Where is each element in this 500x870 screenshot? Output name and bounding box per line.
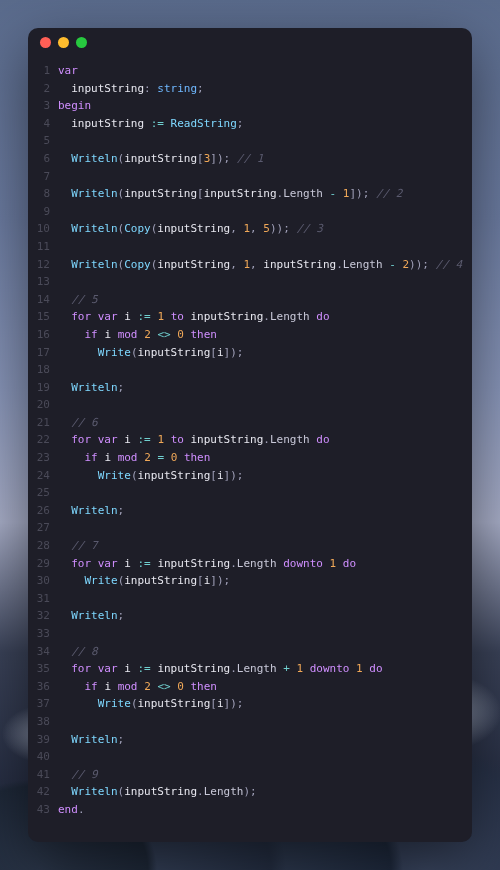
code-line[interactable]: 39 Writeln;	[28, 731, 472, 749]
line-content[interactable]: Write(inputString[i]);	[58, 344, 243, 362]
line-content[interactable]: Writeln(inputString.Length);	[58, 783, 257, 801]
code-line[interactable]: 26 Writeln;	[28, 502, 472, 520]
code-line[interactable]: 19 Writeln;	[28, 379, 472, 397]
code-line[interactable]: 11	[28, 238, 472, 256]
line-content[interactable]: for var i := inputString.Length + 1 down…	[58, 660, 383, 678]
line-number: 19	[28, 379, 58, 397]
code-line[interactable]: 34 // 8	[28, 643, 472, 661]
line-content[interactable]: Write(inputString[i]);	[58, 572, 230, 590]
line-number: 14	[28, 291, 58, 309]
line-number: 3	[28, 97, 58, 115]
code-line[interactable]: 29 for var i := inputString.Length downt…	[28, 555, 472, 573]
code-line[interactable]: 2 inputString: string;	[28, 80, 472, 98]
code-area[interactable]: 1var2 inputString: string;3begin4 inputS…	[28, 56, 472, 842]
code-line[interactable]: 20	[28, 396, 472, 414]
code-line[interactable]: 1var	[28, 62, 472, 80]
line-number: 4	[28, 115, 58, 133]
code-line[interactable]: 35 for var i := inputString.Length + 1 d…	[28, 660, 472, 678]
line-content[interactable]: if i mod 2 <> 0 then	[58, 326, 217, 344]
line-content[interactable]: // 9	[58, 766, 98, 784]
code-line[interactable]: 28 // 7	[28, 537, 472, 555]
line-number: 16	[28, 326, 58, 344]
code-line[interactable]: 12 Writeln(Copy(inputString, 1, inputStr…	[28, 256, 472, 274]
code-line[interactable]: 16 if i mod 2 <> 0 then	[28, 326, 472, 344]
code-line[interactable]: 5	[28, 132, 472, 150]
code-line[interactable]: 38	[28, 713, 472, 731]
line-content[interactable]: // 6	[58, 414, 98, 432]
line-content[interactable]: if i mod 2 <> 0 then	[58, 678, 217, 696]
line-number: 5	[28, 132, 58, 150]
code-line[interactable]: 4 inputString := ReadString;	[28, 115, 472, 133]
line-number: 26	[28, 502, 58, 520]
code-line[interactable]: 27	[28, 519, 472, 537]
code-line[interactable]: 15 for var i := 1 to inputString.Length …	[28, 308, 472, 326]
close-icon[interactable]	[40, 37, 51, 48]
line-content[interactable]: // 8	[58, 643, 98, 661]
line-number: 13	[28, 273, 58, 291]
line-content[interactable]: Writeln(inputString[inputString.Length -…	[58, 185, 402, 203]
line-number: 23	[28, 449, 58, 467]
line-number: 41	[28, 766, 58, 784]
line-content[interactable]: for var i := 1 to inputString.Length do	[58, 431, 330, 449]
line-content[interactable]: Writeln;	[58, 379, 124, 397]
code-line[interactable]: 41 // 9	[28, 766, 472, 784]
code-line[interactable]: 43end.	[28, 801, 472, 819]
code-line[interactable]: 37 Write(inputString[i]);	[28, 695, 472, 713]
line-content[interactable]: Writeln(inputString[3]); // 1	[58, 150, 263, 168]
line-number: 11	[28, 238, 58, 256]
line-content[interactable]: inputString: string;	[58, 80, 204, 98]
code-line[interactable]: 3begin	[28, 97, 472, 115]
line-content[interactable]: Writeln;	[58, 607, 124, 625]
line-content[interactable]: if i mod 2 = 0 then	[58, 449, 210, 467]
code-line[interactable]: 25	[28, 484, 472, 502]
line-number: 17	[28, 344, 58, 362]
line-content[interactable]: begin	[58, 97, 91, 115]
code-line[interactable]: 24 Write(inputString[i]);	[28, 467, 472, 485]
code-line[interactable]: 10 Writeln(Copy(inputString, 1, 5)); // …	[28, 220, 472, 238]
line-content[interactable]: Writeln;	[58, 731, 124, 749]
line-content[interactable]: for var i := inputString.Length downto 1…	[58, 555, 356, 573]
line-content[interactable]: inputString := ReadString;	[58, 115, 243, 133]
code-line[interactable]: 7	[28, 168, 472, 186]
line-content[interactable]: for var i := 1 to inputString.Length do	[58, 308, 330, 326]
line-number: 36	[28, 678, 58, 696]
line-number: 34	[28, 643, 58, 661]
line-number: 43	[28, 801, 58, 819]
code-line[interactable]: 22 for var i := 1 to inputString.Length …	[28, 431, 472, 449]
line-number: 1	[28, 62, 58, 80]
minimize-icon[interactable]	[58, 37, 69, 48]
code-line[interactable]: 13	[28, 273, 472, 291]
line-content[interactable]: // 5	[58, 291, 98, 309]
code-line[interactable]: 31	[28, 590, 472, 608]
line-content[interactable]: end.	[58, 801, 85, 819]
code-line[interactable]: 23 if i mod 2 = 0 then	[28, 449, 472, 467]
window-titlebar[interactable]	[28, 28, 472, 56]
line-content[interactable]: Writeln(Copy(inputString, 1, 5)); // 3	[58, 220, 323, 238]
code-line[interactable]: 9	[28, 203, 472, 221]
code-line[interactable]: 21 // 6	[28, 414, 472, 432]
line-content[interactable]: Writeln(Copy(inputString, 1, inputString…	[58, 256, 462, 274]
line-content[interactable]: Writeln;	[58, 502, 124, 520]
code-line[interactable]: 6 Writeln(inputString[3]); // 1	[28, 150, 472, 168]
code-line[interactable]: 32 Writeln;	[28, 607, 472, 625]
line-content[interactable]: var	[58, 62, 78, 80]
line-number: 15	[28, 308, 58, 326]
line-number: 30	[28, 572, 58, 590]
code-line[interactable]: 18	[28, 361, 472, 379]
line-number: 21	[28, 414, 58, 432]
code-line[interactable]: 33	[28, 625, 472, 643]
code-line[interactable]: 42 Writeln(inputString.Length);	[28, 783, 472, 801]
line-content[interactable]: // 7	[58, 537, 98, 555]
code-line[interactable]: 17 Write(inputString[i]);	[28, 344, 472, 362]
maximize-icon[interactable]	[76, 37, 87, 48]
line-number: 20	[28, 396, 58, 414]
editor-window: 1var2 inputString: string;3begin4 inputS…	[28, 28, 472, 842]
line-content[interactable]: Write(inputString[i]);	[58, 467, 243, 485]
code-line[interactable]: 14 // 5	[28, 291, 472, 309]
code-line[interactable]: 30 Write(inputString[i]);	[28, 572, 472, 590]
code-line[interactable]: 36 if i mod 2 <> 0 then	[28, 678, 472, 696]
line-content[interactable]: Write(inputString[i]);	[58, 695, 243, 713]
code-line[interactable]: 8 Writeln(inputString[inputString.Length…	[28, 185, 472, 203]
code-line[interactable]: 40	[28, 748, 472, 766]
line-number: 10	[28, 220, 58, 238]
